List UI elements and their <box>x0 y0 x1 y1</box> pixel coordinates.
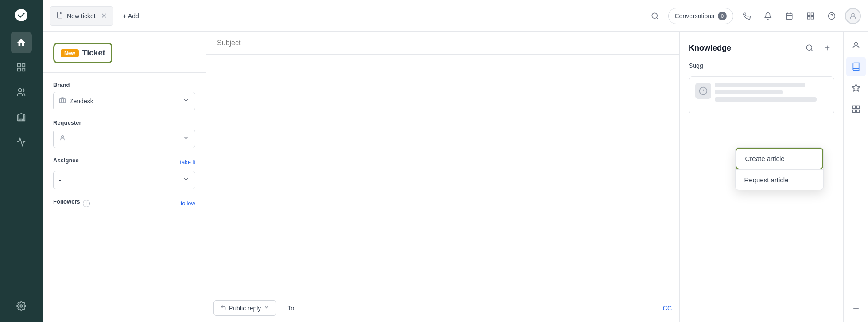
top-bar-actions: Conversations 0 <box>647 8 861 24</box>
svg-point-5 <box>20 305 23 307</box>
assignee-field-group: Assignee take it - <box>53 157 195 189</box>
requester-chevron-icon <box>182 134 190 143</box>
right-user-icon[interactable] <box>846 35 866 55</box>
tab-close-button[interactable]: ✕ <box>101 12 107 20</box>
new-ticket-tab[interactable]: New ticket ✕ <box>50 6 113 26</box>
add-button[interactable]: + Add <box>117 6 145 26</box>
knowledge-actions <box>802 41 834 55</box>
followers-row: Followers i follow <box>53 198 195 208</box>
nav-customers[interactable] <box>11 82 32 103</box>
phone-button[interactable] <box>739 8 755 24</box>
reply-toolbar: Public reply To CC <box>206 294 679 322</box>
knowledge-body: Sugg <box>680 62 843 322</box>
svg-rect-15 <box>811 16 814 19</box>
ticket-tab-icon <box>56 12 63 20</box>
svg-rect-0 <box>18 64 20 67</box>
reply-label: Public reply <box>229 305 261 312</box>
article-card <box>689 76 834 114</box>
reply-button[interactable]: Public reply <box>213 300 276 316</box>
search-button[interactable] <box>647 8 663 24</box>
svg-point-21 <box>806 45 812 50</box>
sidebar-panel: New Ticket Brand Zendesk <box>43 32 206 322</box>
followers-label-group: Followers i <box>53 198 90 208</box>
new-ticket-badge-area: New Ticket <box>53 43 112 63</box>
right-sparkle-icon[interactable] <box>846 78 866 98</box>
requester-icon <box>59 134 66 143</box>
brand-icon <box>59 97 66 106</box>
right-grid-icon[interactable] <box>846 99 866 119</box>
svg-rect-1 <box>22 64 25 67</box>
request-article-item[interactable]: Request article <box>736 169 823 190</box>
ticket-body[interactable] <box>206 55 679 294</box>
article-card-header <box>695 83 828 104</box>
sidebar-fields: Brand Zendesk Requester <box>43 73 206 322</box>
knowledge-panel: Knowledge Sugg <box>679 32 843 322</box>
nav-settings[interactable] <box>11 295 32 317</box>
reply-chevron-icon <box>264 304 270 312</box>
create-article-item[interactable]: Create article <box>736 148 823 169</box>
new-ticket-header: New Ticket <box>43 32 206 73</box>
content-area: New Ticket Brand Zendesk <box>43 32 868 322</box>
nav-organizations[interactable] <box>11 106 32 128</box>
nav-views[interactable] <box>11 57 32 78</box>
nav-reports[interactable] <box>11 131 32 153</box>
svg-rect-13 <box>811 13 814 15</box>
to-label: To <box>287 305 294 312</box>
help-button[interactable] <box>824 8 840 24</box>
take-it-link[interactable]: take it <box>180 159 195 165</box>
create-article-label: Create article <box>745 155 785 162</box>
knowledge-dropdown-menu: Create article Request article <box>735 147 824 190</box>
ticket-main: Public reply To CC <box>206 32 679 322</box>
add-label: + Add <box>123 12 139 20</box>
svg-point-28 <box>854 42 857 45</box>
conversations-button[interactable]: Conversations 0 <box>668 8 734 24</box>
brand-chevron-icon <box>182 97 190 106</box>
svg-point-20 <box>61 136 63 138</box>
svg-rect-2 <box>18 68 20 71</box>
assignee-select[interactable]: - <box>53 171 195 189</box>
left-navigation <box>0 0 43 322</box>
svg-rect-31 <box>856 106 859 109</box>
knowledge-search-button[interactable] <box>802 41 817 55</box>
article-line-3 <box>715 97 817 102</box>
reply-divider <box>282 303 282 314</box>
conversations-label: Conversations <box>675 12 715 20</box>
brand-label: Brand <box>53 82 195 88</box>
svg-point-4 <box>19 89 22 92</box>
knowledge-header: Knowledge <box>680 32 843 62</box>
brand-value: Zendesk <box>70 98 179 105</box>
svg-rect-33 <box>856 110 859 113</box>
knowledge-add-button[interactable] <box>820 41 834 55</box>
nav-home[interactable] <box>11 32 32 53</box>
subject-row <box>206 32 679 55</box>
followers-info-icon[interactable]: i <box>83 200 90 207</box>
svg-rect-32 <box>852 110 855 113</box>
calendar-button[interactable] <box>781 8 797 24</box>
assignee-chevron-icon <box>182 176 190 185</box>
svg-rect-8 <box>786 13 792 20</box>
requester-select[interactable] <box>53 130 195 148</box>
conversations-badge: 0 <box>718 12 727 20</box>
svg-line-7 <box>656 17 658 19</box>
svg-marker-29 <box>852 84 860 91</box>
followers-label: Followers <box>53 198 80 205</box>
follow-link[interactable]: follow <box>181 200 195 207</box>
assignee-label-row: Assignee take it <box>53 157 195 167</box>
avatar-button[interactable] <box>845 8 861 24</box>
grid-button[interactable] <box>802 8 818 24</box>
tab-label: New ticket <box>67 12 96 20</box>
right-book-icon[interactable] <box>846 57 866 76</box>
app-logo[interactable] <box>12 5 31 25</box>
subject-input[interactable] <box>217 39 668 47</box>
cc-button[interactable]: CC <box>663 305 672 312</box>
article-icon <box>695 83 711 99</box>
assignee-label: Assignee <box>53 157 79 164</box>
top-bar: New ticket ✕ + Add Conversations 0 <box>43 0 868 32</box>
new-badge: New <box>61 49 79 57</box>
svg-rect-14 <box>807 16 810 19</box>
notifications-button[interactable] <box>760 8 776 24</box>
brand-select[interactable]: Zendesk <box>53 92 195 110</box>
svg-rect-19 <box>59 99 65 103</box>
svg-line-22 <box>811 49 812 51</box>
right-add-icon[interactable] <box>846 299 866 318</box>
